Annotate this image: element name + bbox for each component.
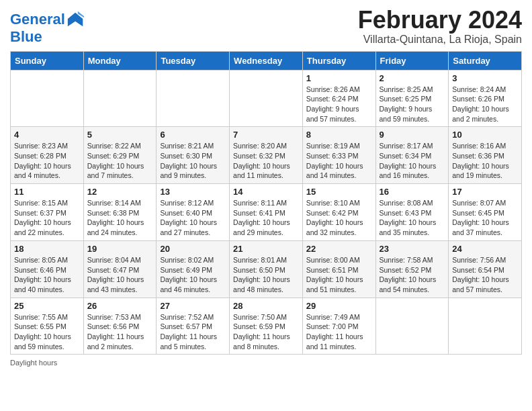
day-header-thursday: Thursday bbox=[302, 51, 375, 70]
day-info: Sunrise: 8:10 AMSunset: 6:42 PMDaylight:… bbox=[306, 198, 372, 238]
day-number: 17 bbox=[452, 187, 518, 197]
day-cell: 20Sunrise: 8:02 AMSunset: 6:49 PMDayligh… bbox=[157, 240, 230, 298]
day-cell: 2Sunrise: 8:25 AMSunset: 6:25 PMDaylight… bbox=[375, 70, 449, 127]
day-info: Sunrise: 7:52 AMSunset: 6:57 PMDaylight:… bbox=[160, 312, 226, 352]
day-cell: 25Sunrise: 7:55 AMSunset: 6:55 PMDayligh… bbox=[11, 298, 84, 355]
day-info: Sunrise: 8:25 AMSunset: 6:25 PMDaylight:… bbox=[380, 85, 445, 124]
day-number: 11 bbox=[14, 187, 80, 197]
day-cell: 14Sunrise: 8:11 AMSunset: 6:41 PMDayligh… bbox=[230, 184, 303, 241]
day-header-sunday: Sunday bbox=[11, 51, 84, 70]
day-number: 9 bbox=[380, 130, 445, 140]
day-number: 19 bbox=[87, 244, 153, 254]
location-title: Villarta-Quintana, La Rioja, Spain bbox=[358, 34, 522, 46]
day-info: Sunrise: 8:23 AMSunset: 6:28 PMDaylight:… bbox=[14, 141, 80, 181]
day-cell: 13Sunrise: 8:12 AMSunset: 6:40 PMDayligh… bbox=[157, 184, 230, 241]
day-cell: 19Sunrise: 8:04 AMSunset: 6:47 PMDayligh… bbox=[83, 240, 157, 298]
day-cell bbox=[375, 298, 449, 355]
day-cell: 17Sunrise: 8:07 AMSunset: 6:45 PMDayligh… bbox=[449, 184, 522, 241]
day-cell: 22Sunrise: 8:00 AMSunset: 6:51 PMDayligh… bbox=[302, 240, 375, 298]
day-info: Sunrise: 8:21 AMSunset: 6:30 PMDaylight:… bbox=[160, 141, 226, 181]
day-header-saturday: Saturday bbox=[449, 51, 522, 70]
logo-blue-text: Blue bbox=[10, 29, 85, 45]
day-header-friday: Friday bbox=[375, 51, 449, 70]
week-row-4: 25Sunrise: 7:55 AMSunset: 6:55 PMDayligh… bbox=[11, 298, 522, 355]
day-info: Sunrise: 8:26 AMSunset: 6:24 PMDaylight:… bbox=[306, 85, 372, 124]
day-info: Sunrise: 8:15 AMSunset: 6:37 PMDaylight:… bbox=[14, 198, 80, 238]
week-row-2: 11Sunrise: 8:15 AMSunset: 6:37 PMDayligh… bbox=[11, 184, 522, 241]
day-info: Sunrise: 8:12 AMSunset: 6:40 PMDaylight:… bbox=[160, 198, 226, 238]
day-info: Sunrise: 7:50 AMSunset: 6:59 PMDaylight:… bbox=[233, 312, 299, 352]
day-cell: 10Sunrise: 8:16 AMSunset: 6:36 PMDayligh… bbox=[449, 127, 522, 184]
day-info: Sunrise: 8:20 AMSunset: 6:32 PMDaylight:… bbox=[233, 141, 299, 181]
day-cell: 9Sunrise: 8:17 AMSunset: 6:34 PMDaylight… bbox=[375, 127, 449, 184]
day-cell: 5Sunrise: 8:22 AMSunset: 6:29 PMDaylight… bbox=[83, 127, 157, 184]
day-number: 7 bbox=[233, 130, 299, 140]
title-area: February 2024 Villarta-Quintana, La Rioj… bbox=[358, 7, 522, 46]
day-cell: 18Sunrise: 8:05 AMSunset: 6:46 PMDayligh… bbox=[11, 240, 84, 298]
day-info: Sunrise: 7:49 AMSunset: 7:00 PMDaylight:… bbox=[306, 312, 372, 352]
day-number: 4 bbox=[14, 130, 80, 140]
day-number: 13 bbox=[160, 187, 226, 197]
day-number: 6 bbox=[160, 130, 226, 140]
day-header-tuesday: Tuesday bbox=[157, 51, 230, 70]
logo: General Blue bbox=[10, 10, 85, 45]
day-cell bbox=[230, 70, 303, 127]
day-info: Sunrise: 8:24 AMSunset: 6:26 PMDaylight:… bbox=[452, 85, 518, 124]
day-cell: 11Sunrise: 8:15 AMSunset: 6:37 PMDayligh… bbox=[11, 184, 84, 241]
day-info: Sunrise: 8:05 AMSunset: 6:46 PMDaylight:… bbox=[14, 255, 80, 295]
week-row-1: 4Sunrise: 8:23 AMSunset: 6:28 PMDaylight… bbox=[11, 127, 522, 184]
week-row-3: 18Sunrise: 8:05 AMSunset: 6:46 PMDayligh… bbox=[11, 240, 522, 298]
day-cell: 6Sunrise: 8:21 AMSunset: 6:30 PMDaylight… bbox=[157, 127, 230, 184]
day-cell: 28Sunrise: 7:50 AMSunset: 6:59 PMDayligh… bbox=[230, 298, 303, 355]
day-info: Sunrise: 8:14 AMSunset: 6:38 PMDaylight:… bbox=[87, 198, 153, 238]
day-info: Sunrise: 8:01 AMSunset: 6:50 PMDaylight:… bbox=[233, 255, 299, 295]
day-cell bbox=[83, 70, 157, 127]
day-number: 20 bbox=[160, 244, 226, 254]
day-cell: 8Sunrise: 8:19 AMSunset: 6:33 PMDaylight… bbox=[302, 127, 375, 184]
day-number: 15 bbox=[306, 187, 372, 197]
day-cell bbox=[157, 70, 230, 127]
week-row-0: 1Sunrise: 8:26 AMSunset: 6:24 PMDaylight… bbox=[11, 70, 522, 127]
day-headers-row: SundayMondayTuesdayWednesdayThursdayFrid… bbox=[11, 51, 522, 70]
day-number: 29 bbox=[306, 301, 372, 311]
day-header-wednesday: Wednesday bbox=[230, 51, 303, 70]
day-number: 24 bbox=[452, 244, 518, 254]
day-info: Sunrise: 8:17 AMSunset: 6:34 PMDaylight:… bbox=[380, 141, 445, 181]
day-info: Sunrise: 8:02 AMSunset: 6:49 PMDaylight:… bbox=[160, 255, 226, 295]
day-header-monday: Monday bbox=[83, 51, 157, 70]
calendar-table: SundayMondayTuesdayWednesdayThursdayFrid… bbox=[10, 51, 522, 355]
day-number: 16 bbox=[380, 187, 445, 197]
day-info: Sunrise: 7:55 AMSunset: 6:55 PMDaylight:… bbox=[14, 312, 80, 352]
day-number: 27 bbox=[160, 301, 226, 311]
day-cell: 16Sunrise: 8:08 AMSunset: 6:43 PMDayligh… bbox=[375, 184, 449, 241]
day-cell: 7Sunrise: 8:20 AMSunset: 6:32 PMDaylight… bbox=[230, 127, 303, 184]
day-cell: 23Sunrise: 7:58 AMSunset: 6:52 PMDayligh… bbox=[375, 240, 449, 298]
day-info: Sunrise: 8:16 AMSunset: 6:36 PMDaylight:… bbox=[452, 141, 518, 181]
day-cell: 29Sunrise: 7:49 AMSunset: 7:00 PMDayligh… bbox=[302, 298, 375, 355]
day-cell: 4Sunrise: 8:23 AMSunset: 6:28 PMDaylight… bbox=[11, 127, 84, 184]
day-cell: 24Sunrise: 7:56 AMSunset: 6:54 PMDayligh… bbox=[449, 240, 522, 298]
day-info: Sunrise: 8:00 AMSunset: 6:51 PMDaylight:… bbox=[306, 255, 372, 295]
day-info: Sunrise: 8:22 AMSunset: 6:29 PMDaylight:… bbox=[87, 141, 153, 181]
day-info: Sunrise: 8:19 AMSunset: 6:33 PMDaylight:… bbox=[306, 141, 372, 181]
day-number: 1 bbox=[306, 73, 372, 83]
day-info: Sunrise: 8:08 AMSunset: 6:43 PMDaylight:… bbox=[380, 198, 445, 238]
day-number: 8 bbox=[306, 130, 372, 140]
day-number: 28 bbox=[233, 301, 299, 311]
day-number: 22 bbox=[306, 244, 372, 254]
day-cell bbox=[11, 70, 84, 127]
day-number: 12 bbox=[87, 187, 153, 197]
day-info: Sunrise: 8:11 AMSunset: 6:41 PMDaylight:… bbox=[233, 198, 299, 238]
logo-text: General bbox=[10, 11, 65, 28]
day-number: 25 bbox=[14, 301, 80, 311]
day-cell: 27Sunrise: 7:52 AMSunset: 6:57 PMDayligh… bbox=[157, 298, 230, 355]
logo-icon bbox=[66, 10, 85, 29]
page-header: General Blue February 2024 Villarta-Quin… bbox=[10, 7, 522, 46]
day-number: 3 bbox=[452, 73, 518, 83]
day-info: Sunrise: 7:56 AMSunset: 6:54 PMDaylight:… bbox=[452, 255, 518, 295]
day-cell: 15Sunrise: 8:10 AMSunset: 6:42 PMDayligh… bbox=[302, 184, 375, 241]
month-title: February 2024 bbox=[358, 7, 522, 34]
day-cell bbox=[449, 298, 522, 355]
day-cell: 3Sunrise: 8:24 AMSunset: 6:26 PMDaylight… bbox=[449, 70, 522, 127]
day-cell: 1Sunrise: 8:26 AMSunset: 6:24 PMDaylight… bbox=[302, 70, 375, 127]
